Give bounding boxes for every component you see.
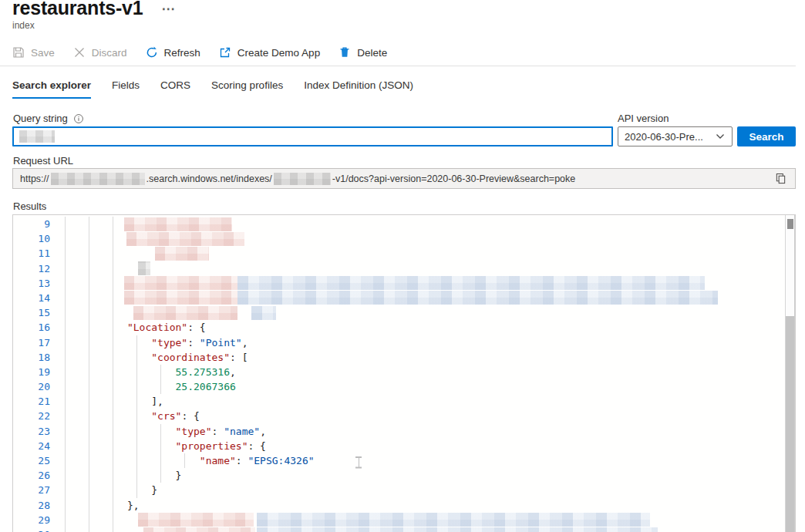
- code-token: }: [55, 470, 181, 481]
- code-token: : {: [187, 322, 205, 333]
- request-url-bar[interactable]: https://.search.windows.net/indexes/-v1/…: [12, 168, 796, 189]
- indent-guide: [89, 394, 89, 409]
- redacted-block: [138, 261, 150, 275]
- indent-guide: [89, 320, 89, 335]
- line-content: 25.2067366: [55, 379, 784, 394]
- api-version-dropdown[interactable]: 2020-06-30-Pre...: [618, 126, 733, 146]
- refresh-button[interactable]: Refresh: [146, 46, 200, 59]
- indent-guide: [65, 246, 66, 261]
- line-content: [55, 217, 784, 231]
- line-content: [55, 513, 784, 527]
- info-icon[interactable]: [73, 113, 84, 124]
- text-cursor-icon: [355, 456, 362, 469]
- delete-icon: [339, 46, 351, 59]
- indent-guide: [160, 468, 161, 483]
- delete-label: Delete: [357, 47, 387, 59]
- line-number: 26: [13, 468, 50, 483]
- redacted-block: [257, 513, 650, 527]
- code-line: 30: [13, 527, 784, 532]
- indent-guide: [136, 424, 137, 439]
- query-string-input[interactable]: [12, 126, 613, 146]
- indent-guide: [136, 350, 137, 365]
- line-content: [55, 261, 784, 276]
- indent-guide: [113, 261, 113, 276]
- indent-guide: [89, 527, 89, 532]
- tab-bar: Search explorerFieldsCORSScoring profile…: [12, 79, 413, 99]
- indent-guide: [136, 468, 137, 483]
- indent-guide: [113, 231, 113, 246]
- code-line: 20 25.2067366: [13, 379, 784, 394]
- results-editor[interactable]: 910111213141516 "Location": {17 "type": …: [12, 214, 796, 532]
- tab-cors[interactable]: CORS: [160, 79, 190, 99]
- indent-guide: [136, 483, 137, 497]
- line-number: 27: [13, 483, 50, 497]
- create-demo-app-button[interactable]: Create Demo App: [219, 46, 320, 59]
- discard-button[interactable]: Discard: [73, 46, 127, 59]
- indent-guide: [136, 394, 137, 409]
- indent-guide: [89, 483, 89, 497]
- indent-guide: [113, 217, 113, 231]
- indent-guide: [65, 453, 66, 468]
- redacted-block: [155, 247, 209, 261]
- line-content: [55, 291, 784, 305]
- scrollbar-thumb[interactable]: [787, 219, 793, 229]
- indent-guide: [113, 379, 113, 394]
- results-label: Results: [13, 200, 46, 212]
- delete-button[interactable]: Delete: [339, 46, 387, 59]
- tab-search-explorer[interactable]: Search explorer: [12, 79, 91, 99]
- indent-guide: [113, 350, 113, 365]
- indent-guide: [89, 350, 89, 365]
- code-line: 10: [13, 231, 784, 246]
- toolbar-divider: [0, 66, 796, 66]
- indent-guide: [160, 365, 161, 379]
- line-number: 20: [13, 379, 50, 394]
- code-token: ,: [242, 337, 248, 348]
- line-number: 22: [13, 409, 50, 423]
- code-line: 18 "coordinates": [: [13, 350, 784, 365]
- indent-guide: [89, 409, 89, 423]
- code-line: 28 },: [13, 498, 784, 513]
- tab-fields[interactable]: Fields: [112, 79, 140, 99]
- line-number: 23: [13, 424, 50, 439]
- line-content: "Location": {: [55, 320, 784, 335]
- editor-scrollbar[interactable]: [785, 215, 795, 532]
- code-token: "coordinates": [151, 352, 230, 363]
- redacted-block: [133, 306, 237, 320]
- tab-scoring-profiles[interactable]: Scoring profiles: [211, 79, 283, 99]
- url-text-segment: -v1/docs?api-version=2020-06-30-Preview&…: [332, 173, 575, 184]
- code-line: 13: [13, 276, 784, 291]
- create-demo-app-label: Create Demo App: [237, 47, 320, 59]
- indent-guide: [136, 379, 137, 394]
- indent-guide: [89, 335, 89, 350]
- indent-guide: [89, 291, 89, 305]
- request-url-label: Request URL: [13, 155, 73, 167]
- more-options-icon[interactable]: ⋯: [162, 0, 177, 17]
- request-url-text: https://.search.windows.net/indexes/-v1/…: [20, 173, 575, 185]
- redacted-block: [143, 527, 255, 532]
- indent-guide: [65, 513, 66, 527]
- page-scrollbar-thumb[interactable]: [786, 316, 794, 532]
- line-number: 29: [13, 513, 50, 527]
- redacted-url-segment: [51, 173, 145, 185]
- indent-guide: [184, 453, 185, 468]
- copy-icon[interactable]: [775, 173, 786, 184]
- code-line: 24 "properties": {: [13, 439, 784, 453]
- code-line: 26 }: [13, 468, 784, 483]
- indent-guide: [89, 498, 89, 513]
- line-number: 13: [13, 276, 50, 291]
- indent-guide: [65, 261, 66, 276]
- indent-guide: [65, 305, 66, 320]
- indent-guide: [89, 305, 89, 320]
- code-token: [55, 322, 127, 333]
- line-number: 15: [13, 305, 50, 320]
- save-button[interactable]: Save: [12, 46, 55, 59]
- code-line: 12: [13, 261, 784, 276]
- indent-guide: [65, 498, 66, 513]
- code-token: }: [55, 484, 157, 496]
- indent-guide: [113, 483, 113, 497]
- indent-guide: [113, 409, 113, 423]
- tab-index-definition-json[interactable]: Index Definition (JSON): [304, 79, 413, 99]
- code-token: "Location": [127, 322, 187, 333]
- code-token: "type": [176, 426, 212, 437]
- search-button[interactable]: Search: [737, 126, 796, 146]
